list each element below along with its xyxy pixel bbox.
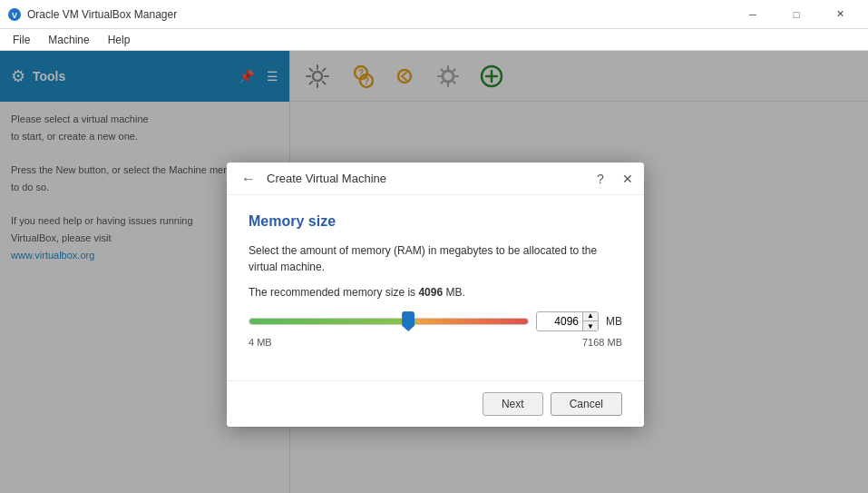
spinbox-arrows: ▲ ▼ [582, 311, 598, 331]
menu-bar: File Machine Help [0, 29, 868, 51]
dialog-help-button[interactable]: ? [590, 168, 611, 190]
spinbox-down-arrow[interactable]: ▼ [583, 321, 598, 331]
recommended-text: The recommended memory size is 4096 MB. [249, 286, 622, 299]
window-controls: ─ □ ✕ [732, 0, 861, 29]
dialog-titlebar: ← Create Virtual Machine ? ✕ [227, 163, 644, 195]
maximize-button[interactable]: □ [775, 0, 817, 29]
recommended-prefix: The recommended memory size is [249, 286, 418, 299]
create-vm-dialog: ← Create Virtual Machine ? ✕ Memory size… [227, 163, 644, 427]
slider-track [249, 318, 529, 325]
recommended-value: 4096 [418, 286, 443, 299]
slider-green-zone [249, 319, 416, 324]
slider-min-label: 4 MB [249, 337, 272, 348]
memory-description: Select the amount of memory (RAM) in meg… [249, 242, 622, 275]
next-button[interactable]: Next [483, 392, 543, 416]
main-area: ⚙ Tools 📌 ☰ Please select a virtual mach… [0, 51, 868, 493]
svg-text:V: V [12, 11, 17, 20]
minimize-button[interactable]: ─ [732, 0, 774, 29]
dialog-body: Memory size Select the amount of memory … [227, 195, 644, 380]
memory-spinbox[interactable]: ▲ ▼ [536, 311, 599, 331]
recommended-unit: MB. [443, 286, 465, 299]
menu-file[interactable]: File [4, 32, 39, 48]
slider-thumb[interactable] [402, 311, 414, 331]
menu-machine[interactable]: Machine [39, 32, 98, 48]
memory-spinbox-input[interactable] [537, 312, 582, 330]
spinbox-up-arrow[interactable]: ▲ [583, 311, 598, 321]
slider-max-label: 7168 MB [582, 337, 622, 348]
app-icon: V [7, 7, 22, 22]
slider-labels: 4 MB 7168 MB [249, 337, 622, 348]
close-button[interactable]: ✕ [819, 0, 861, 29]
section-title: Memory size [249, 213, 622, 230]
slider-row: ▲ ▼ MB [249, 311, 622, 331]
memory-unit-label: MB [606, 315, 622, 328]
slider-red-zone [416, 319, 528, 324]
dialog-close-button[interactable]: ✕ [617, 168, 639, 190]
title-bar: V Oracle VM VirtualBox Manager ─ □ ✕ [0, 0, 868, 29]
dialog-back-button[interactable]: ← [238, 168, 259, 190]
menu-help[interactable]: Help [99, 32, 140, 48]
memory-slider[interactable] [249, 311, 529, 331]
modal-backdrop: ← Create Virtual Machine ? ✕ Memory size… [0, 51, 868, 493]
cancel-button[interactable]: Cancel [551, 392, 622, 416]
dialog-title: Create Virtual Machine [267, 172, 386, 185]
dialog-footer: Next Cancel [227, 380, 644, 427]
title-bar-text: Oracle VM VirtualBox Manager [27, 8, 732, 21]
